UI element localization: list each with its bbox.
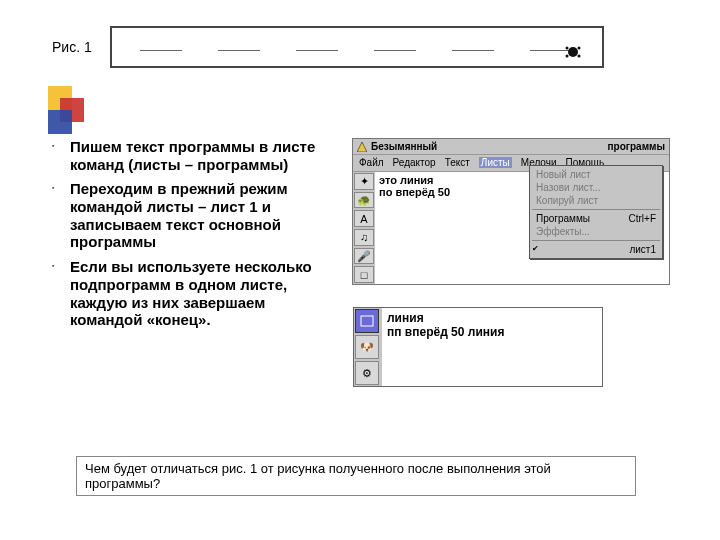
footer-question: Чем будет отличаться рис. 1 от рисунка п… bbox=[76, 456, 636, 496]
disk-icon[interactable]: □ bbox=[354, 266, 374, 283]
mini-line1: линия bbox=[387, 311, 597, 325]
list-item: Если вы используете несколько подпрограм… bbox=[52, 258, 338, 329]
mic-icon[interactable]: 🎤 bbox=[354, 248, 374, 265]
svg-marker-5 bbox=[357, 142, 367, 152]
editor-palette: ✦ 🐢 A ♫ 🎤 □ bbox=[353, 172, 375, 284]
menu-item-programs[interactable]: ПрограммыCtrl+F bbox=[530, 212, 662, 225]
svg-point-0 bbox=[568, 47, 578, 57]
editor-title-left: Безымянный bbox=[371, 141, 608, 152]
menu-editor[interactable]: Редактор bbox=[393, 157, 436, 168]
menu-item-effects[interactable]: Эффекты... bbox=[530, 225, 662, 238]
decorative-squares bbox=[48, 86, 96, 138]
music-icon[interactable]: ♫ bbox=[354, 229, 374, 246]
menu-item-copy-sheet[interactable]: Копируй лист bbox=[530, 194, 662, 207]
svg-point-3 bbox=[565, 55, 568, 58]
menu-text[interactable]: Текст bbox=[445, 157, 470, 168]
a-icon[interactable]: A bbox=[354, 210, 374, 227]
turtle-icon bbox=[564, 45, 582, 59]
turtle-icon[interactable]: 🐢 bbox=[354, 192, 374, 209]
figure-box bbox=[110, 26, 604, 68]
gear-icon[interactable]: ⚙ bbox=[355, 361, 379, 385]
menu-separator bbox=[532, 209, 660, 210]
svg-rect-6 bbox=[361, 316, 373, 326]
star-icon[interactable]: ✦ bbox=[354, 173, 374, 190]
editor-title-right: программы bbox=[608, 141, 665, 152]
svg-point-2 bbox=[577, 47, 580, 50]
editor-titlebar: Безымянный программы bbox=[353, 139, 669, 155]
svg-point-1 bbox=[565, 47, 568, 50]
mini-line2: пп вперёд 50 линия bbox=[387, 325, 597, 339]
menu-item-new-sheet[interactable]: Новый лист bbox=[530, 168, 662, 181]
mini-output: линия пп вперёд 50 линия bbox=[382, 308, 602, 386]
editor-window: Безымянный программы Файл Редактор Текст… bbox=[352, 138, 670, 285]
list-item: Пишем текст программы в листе команд (ли… bbox=[52, 138, 338, 173]
mini-window: 🐶 ⚙ линия пп вперёд 50 линия bbox=[353, 307, 603, 387]
menu-separator bbox=[532, 240, 660, 241]
menu-item-sheet1[interactable]: лист1 bbox=[530, 243, 662, 256]
list-item: Переходим в прежний режим командой листы… bbox=[52, 180, 338, 251]
svg-point-4 bbox=[577, 55, 580, 58]
figure-1-row: Рис. 1 bbox=[52, 26, 684, 68]
instruction-list: Пишем текст программы в листе команд (ли… bbox=[52, 138, 352, 387]
menu-file[interactable]: Файл bbox=[359, 157, 384, 168]
dog-icon[interactable]: 🐶 bbox=[355, 335, 379, 359]
sheets-dropdown: Новый лист Назови лист... Копируй лист П… bbox=[529, 165, 663, 259]
menu-sheets[interactable]: Листы bbox=[479, 157, 512, 168]
menu-item-name-sheet[interactable]: Назови лист... bbox=[530, 181, 662, 194]
triangle-icon bbox=[357, 142, 367, 152]
figure-caption: Рис. 1 bbox=[52, 39, 92, 55]
frame-icon[interactable] bbox=[355, 309, 379, 333]
